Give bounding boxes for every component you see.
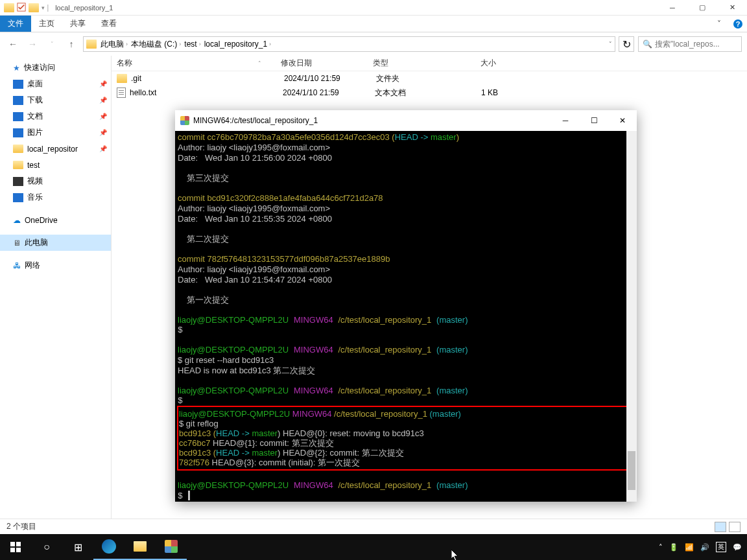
terminal-window: MINGW64:/c/test/local_repository_1 ─ ☐ ✕… <box>175 110 637 502</box>
svg-rect-5 <box>10 548 15 552</box>
highlight-box: liaojy@DESKTOP-QMPPL2U MINGW64 /c/test/l… <box>177 406 628 471</box>
svg-rect-3 <box>10 542 15 546</box>
search-icon: 🔍 <box>643 40 652 49</box>
battery-icon[interactable]: 🔋 <box>669 543 678 552</box>
terminal-close-button[interactable]: ✕ <box>608 110 637 131</box>
star-icon: ★ <box>13 64 20 73</box>
video-icon <box>13 177 23 186</box>
recent-dropdown[interactable]: ˅ <box>44 36 60 52</box>
folder-icon <box>13 161 23 169</box>
system-tray[interactable]: ˄ 🔋 📶 🔊 英 💬 <box>659 542 747 552</box>
close-button[interactable]: ✕ <box>717 0 747 16</box>
terminal-scrollbar[interactable] <box>626 131 637 502</box>
nav-bar: ← → ˅ ↑ 此电脑› 本地磁盘 (C:)› test› local_repo… <box>0 32 747 56</box>
task-view-button[interactable]: ⊞ <box>62 534 93 560</box>
cloud-icon: ☁ <box>13 216 21 225</box>
col-date[interactable]: 修改日期 <box>281 58 312 67</box>
notification-icon[interactable]: 💬 <box>733 543 742 552</box>
forward-button[interactable]: → <box>25 36 40 52</box>
music-icon <box>13 193 23 202</box>
picture-icon <box>13 128 23 137</box>
refresh-button[interactable]: ↻ <box>619 36 634 52</box>
explorer-button[interactable] <box>124 534 156 560</box>
volume-icon[interactable]: 🔊 <box>700 543 709 552</box>
document-icon <box>13 112 23 121</box>
maximize-button[interactable]: ▢ <box>687 0 717 16</box>
text-file-icon <box>117 88 126 98</box>
up-button[interactable]: ↑ <box>64 36 79 52</box>
download-icon <box>13 96 23 105</box>
svg-text:?: ? <box>736 20 741 28</box>
terminal-title: MINGW64:/c/test/local_repository_1 <box>193 116 318 125</box>
tab-view[interactable]: 查看 <box>93 16 124 32</box>
col-type[interactable]: 类型 <box>373 58 388 67</box>
search-placeholder: 搜索"local_repos... <box>655 39 720 50</box>
start-button[interactable] <box>0 534 31 560</box>
sidebar-item-folder[interactable]: local_repositor📌 <box>0 141 111 157</box>
back-button[interactable]: ← <box>5 36 21 52</box>
mingw-icon <box>180 116 189 125</box>
tray-chevron-icon[interactable]: ˄ <box>659 543 663 552</box>
pin-icon: 📌 <box>99 113 107 120</box>
search-input[interactable]: 🔍 搜索"local_repos... <box>638 36 742 52</box>
ime-indicator[interactable]: 英 <box>716 542 726 552</box>
svg-rect-6 <box>16 548 21 552</box>
sidebar-item-folder[interactable]: test <box>0 157 111 173</box>
address-dropdown-icon[interactable]: ˅ <box>609 41 612 47</box>
svg-rect-4 <box>16 542 21 546</box>
col-name[interactable]: 名称 <box>117 58 132 67</box>
pin-icon: 📌 <box>99 145 107 152</box>
sidebar-item-pictures[interactable]: 图片📌 <box>0 124 111 141</box>
file-row[interactable]: hello.txt 2024/1/10 21:59 文本文档 1 KB <box>112 86 747 100</box>
terminal-maximize-button[interactable]: ☐ <box>580 110 608 131</box>
desktop-icon <box>13 80 23 89</box>
sidebar-quick-access[interactable]: ★快速访问 <box>0 60 111 76</box>
sidebar-item-downloads[interactable]: 下载📌 <box>0 92 111 108</box>
breadcrumb: local_repository_1› <box>204 40 273 49</box>
sidebar-item-documents[interactable]: 文档📌 <box>0 108 111 124</box>
folder-icon[interactable] <box>29 3 39 12</box>
ribbon-tabs: 文件 主页 共享 查看 ˅ ? <box>0 16 747 32</box>
col-size[interactable]: 大小 <box>480 58 496 67</box>
window-title: local_repository_1 <box>55 4 113 12</box>
sidebar-onedrive[interactable]: ☁OneDrive <box>0 212 111 228</box>
folder-icon <box>86 40 97 49</box>
file-tab[interactable]: 文件 <box>0 16 31 32</box>
breadcrumb: 此电脑› <box>101 39 130 50</box>
sidebar: ★快速访问 桌面📌 下载📌 文档📌 图片📌 local_repositor📌 t… <box>0 56 112 533</box>
sidebar-this-pc[interactable]: 🖥此电脑 <box>0 235 111 251</box>
breadcrumb: 本地磁盘 (C:)› <box>131 39 183 50</box>
minimize-button[interactable]: ─ <box>658 0 687 16</box>
view-icons-button[interactable] <box>729 522 741 532</box>
explorer-title-bar: ▾ │ local_repository_1 ─ ▢ ✕ <box>0 0 747 16</box>
tab-home[interactable]: 主页 <box>31 16 62 32</box>
tab-share[interactable]: 共享 <box>62 16 93 32</box>
terminal-title-bar[interactable]: MINGW64:/c/test/local_repository_1 ─ ☐ ✕ <box>175 110 637 131</box>
qat-check-icon[interactable] <box>17 3 26 13</box>
folder-icon <box>4 3 14 12</box>
qat-dropdown-icon[interactable]: ▾ │ <box>42 5 50 11</box>
sort-indicator-icon: ˄ <box>258 60 261 67</box>
status-text: 2 个项目 <box>6 521 36 532</box>
sidebar-item-desktop[interactable]: 桌面📌 <box>0 76 111 92</box>
view-details-button[interactable] <box>715 522 726 532</box>
pin-icon: 📌 <box>99 129 107 136</box>
taskbar: ○ ⊞ ˄ 🔋 📶 🔊 英 💬 <box>0 534 747 560</box>
folder-icon <box>117 74 127 83</box>
terminal-output[interactable]: commit cc76bc709782ba7a30a5efe0356d124d7… <box>175 131 637 502</box>
address-bar[interactable]: 此电脑› 本地磁盘 (C:)› test› local_repository_1… <box>83 36 615 52</box>
sidebar-item-videos[interactable]: 视频 <box>0 173 111 189</box>
folder-icon <box>13 145 23 153</box>
breadcrumb: test› <box>184 40 202 49</box>
mingw-button[interactable] <box>156 534 187 560</box>
help-button[interactable]: ? <box>729 16 747 32</box>
search-button[interactable]: ○ <box>31 534 62 560</box>
terminal-minimize-button[interactable]: ─ <box>551 110 580 131</box>
edge-button[interactable] <box>93 534 124 560</box>
file-row[interactable]: .git 2024/1/10 21:59 文件夹 <box>112 71 747 86</box>
sidebar-network[interactable]: 🖧网络 <box>0 257 111 274</box>
ribbon-expand-button[interactable]: ˅ <box>709 16 729 32</box>
pin-icon: 📌 <box>99 80 107 88</box>
network-icon[interactable]: 📶 <box>685 543 694 552</box>
sidebar-item-music[interactable]: 音乐 <box>0 189 111 205</box>
